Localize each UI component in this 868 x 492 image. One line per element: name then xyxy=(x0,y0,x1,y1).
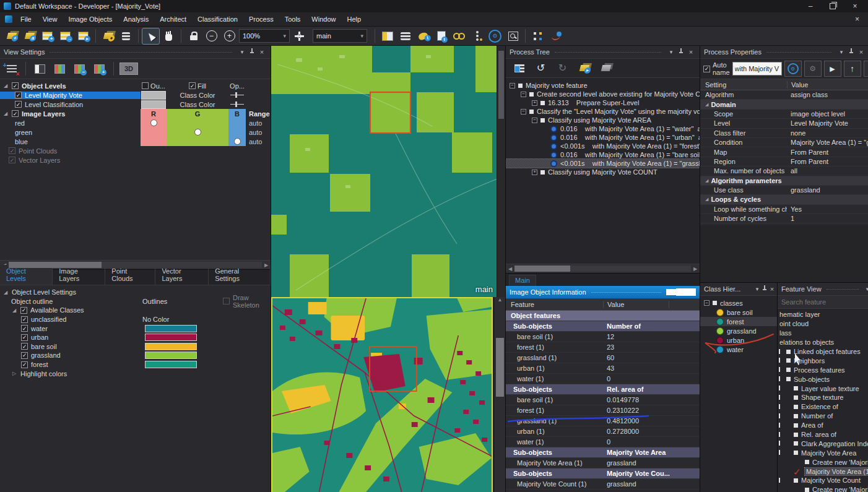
split-view-button[interactable] xyxy=(379,28,396,44)
edit-polygon-button[interactable] xyxy=(547,28,564,44)
class-checkbox[interactable] xyxy=(21,361,28,368)
pp-row[interactable]: Max. number of objects all xyxy=(700,166,868,176)
process-tree-row[interactable]: Classify using Majority Vote AREA xyxy=(506,116,700,124)
process-tree-row[interactable]: Create second level above existing for M… xyxy=(506,90,700,98)
iob-row[interactable]: forest (1) 23 xyxy=(506,342,700,353)
add-layer-button[interactable]: + xyxy=(91,61,108,77)
class-checkbox[interactable] xyxy=(21,325,28,332)
pin-icon[interactable] xyxy=(761,285,768,293)
outline-column-checkbox[interactable] xyxy=(142,82,149,89)
process-tree-row[interactable]: Classify using Majority Vote COUNT xyxy=(506,168,700,176)
view-classification-button[interactable]: i xyxy=(415,28,432,44)
level-checkbox[interactable] xyxy=(15,101,22,108)
class-row[interactable]: water xyxy=(0,324,271,333)
panel-menu-icon[interactable]: ▾ xyxy=(666,289,676,295)
feature-view-row[interactable]: ✓ Majority Vote Area (1) xyxy=(778,467,868,476)
iob-row[interactable]: grassland (1) 0.4812000 xyxy=(506,416,700,426)
pin-icon[interactable] xyxy=(247,48,257,56)
feature-view-row[interactable]: ✓ Majority Vote Area xyxy=(778,448,868,457)
pp-row[interactable]: Domain xyxy=(700,100,868,109)
zoom-window-button[interactable] xyxy=(505,28,521,44)
panel-menu-icon[interactable]: ▾ xyxy=(666,49,676,55)
save-ruleset-button[interactable]: ● xyxy=(100,28,116,44)
process-options-button[interactable] xyxy=(511,61,527,76)
feature-view-row[interactable]: ✓ elations to objects xyxy=(778,338,868,347)
feature-view-row[interactable]: ✓ Clark Aggregation Index xyxy=(778,439,868,448)
show-objects-button[interactable] xyxy=(451,28,467,44)
available-classes-checkbox[interactable] xyxy=(20,307,27,314)
tab-main[interactable]: Main xyxy=(509,275,536,286)
pp-row[interactable]: Map From Parent xyxy=(700,147,868,157)
tree-expander-icon[interactable] xyxy=(532,118,537,123)
expand-icon[interactable] xyxy=(2,290,9,295)
pp-row[interactable]: Algorithm assign class xyxy=(700,90,868,100)
class-row[interactable]: unclassified No Color xyxy=(0,315,271,324)
class-item-row[interactable]: forest xyxy=(700,317,777,326)
undo-button[interactable]: ↺ xyxy=(532,61,549,76)
fill-column-checkbox[interactable] xyxy=(189,82,196,89)
import-scene-button[interactable]: → xyxy=(57,28,74,44)
object-tree-button[interactable] xyxy=(469,28,485,44)
scroll-right-icon[interactable]: ▶ xyxy=(691,266,700,272)
minimize-button[interactable]: – xyxy=(801,2,820,11)
class-color-swatch[interactable] xyxy=(145,334,197,341)
process-name-input[interactable] xyxy=(732,62,782,76)
pin-icon[interactable] xyxy=(676,288,686,296)
pp-row[interactable]: Loop while something ch... Yes xyxy=(700,205,868,214)
view-3d-button[interactable]: 3D xyxy=(119,63,138,75)
point-clouds-row[interactable]: Point Clouds xyxy=(0,146,271,155)
class-item-row[interactable]: grassland xyxy=(700,326,777,335)
menu-item[interactable]: Image Objects xyxy=(63,14,118,25)
class-color-swatch[interactable] xyxy=(145,352,197,359)
expand-icon[interactable] xyxy=(2,111,9,116)
value-column-header[interactable]: Value xyxy=(787,81,868,88)
value-column-header[interactable]: Value xyxy=(603,301,669,308)
iob-row[interactable]: forest (1) 0.2310222 xyxy=(506,405,700,416)
feature-view-row[interactable]: ✓ Create new 'Majority Vote xyxy=(778,485,868,492)
process-tree-row[interactable]: 0.016 with Majority Vote Area (1) = "urb… xyxy=(506,133,700,142)
channel-assign-dot[interactable] xyxy=(234,138,241,145)
object-levels-checkbox[interactable] xyxy=(12,82,19,89)
move-down-button[interactable]: ↓ xyxy=(864,61,868,77)
menu-item[interactable]: Tools xyxy=(279,14,306,25)
setting-column-header[interactable]: Setting xyxy=(700,81,787,88)
iob-row[interactable]: water (1) 0 xyxy=(506,437,700,447)
feature-view-row[interactable]: ✓ Sub-objects xyxy=(778,374,868,384)
pan-button[interactable] xyxy=(160,28,177,44)
channel-assign-dot[interactable] xyxy=(194,129,201,136)
scroll-thumb[interactable] xyxy=(9,262,102,268)
feature-view-row[interactable]: ✓ hematic layer xyxy=(778,310,868,319)
menu-item[interactable]: Analysis xyxy=(118,14,154,25)
menu-item[interactable]: Help xyxy=(341,14,367,25)
main-map-vscrollbar[interactable] xyxy=(497,46,505,297)
load-ruleset-button[interactable] xyxy=(118,28,134,44)
feature-search-input[interactable] xyxy=(780,298,868,306)
scroll-track[interactable] xyxy=(514,265,691,272)
expand-icon[interactable] xyxy=(11,308,17,313)
add-workspace-button[interactable]: + xyxy=(39,28,56,44)
open-workspace-button[interactable]: ▸ xyxy=(75,28,92,44)
zoom-in-button[interactable]: + xyxy=(221,28,238,44)
pp-row[interactable]: Use class grassland xyxy=(700,186,868,195)
close-icon[interactable]: × xyxy=(257,48,267,56)
feature-view-row[interactable]: ✓ Rel. area of xyxy=(778,430,868,439)
feature-view-row[interactable]: ✓ Number of xyxy=(778,412,868,421)
class-row[interactable]: urban xyxy=(0,333,271,342)
close-icon[interactable]: × xyxy=(856,48,866,56)
iob-row[interactable]: bare soil (1) 0.0149778 xyxy=(506,395,700,405)
pp-row[interactable]: Condition Majority Vote Area (1) = "gra.… xyxy=(700,138,868,147)
iob-row[interactable]: Majority Vote Area (1) grassland xyxy=(506,458,700,468)
opacity-slider[interactable] xyxy=(230,104,244,105)
scroll-up-icon[interactable]: ▲ xyxy=(495,297,505,304)
execute-button[interactable]: ▶ xyxy=(824,61,841,77)
class-item-row[interactable]: bare soil xyxy=(700,308,777,317)
execute-process-button[interactable]: ▸ xyxy=(576,61,592,76)
feature-view-row[interactable]: ✓ Area of xyxy=(778,421,868,430)
new-project-button[interactable]: + xyxy=(3,28,20,44)
process-tree-row[interactable]: Classify the "Level Majority Vote" using… xyxy=(506,107,700,116)
scroll-track[interactable] xyxy=(9,262,262,268)
class-row[interactable]: grassland xyxy=(0,351,271,360)
menu-item[interactable]: Classification xyxy=(192,14,243,25)
process-tree-row[interactable]: Majority vote feature xyxy=(506,81,700,90)
image-layers-checkbox[interactable] xyxy=(12,110,19,117)
